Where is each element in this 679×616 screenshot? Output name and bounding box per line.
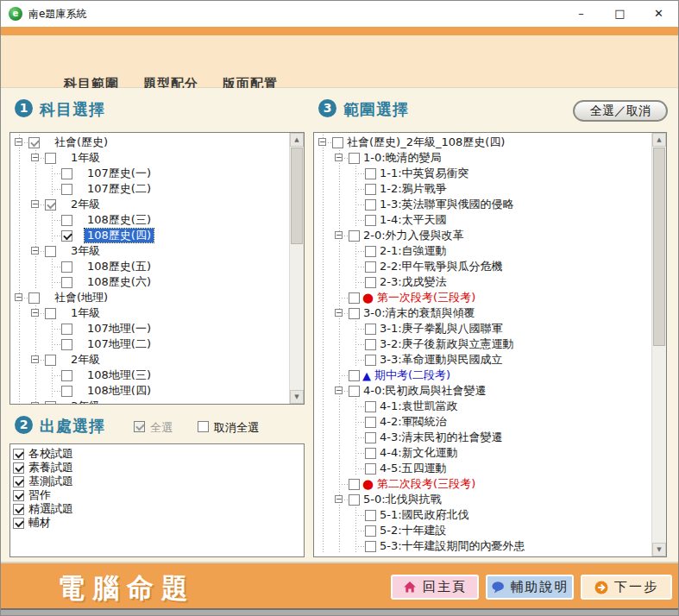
tree-node[interactable]: 2-1:自強運動 [316,243,651,259]
tree-node[interactable]: ▲期中考(二段考) [316,368,651,383]
tree-node[interactable]: 3-1:庚子拳亂與八國聯軍 [316,321,651,336]
tree-node-label[interactable]: 4-5:五四運動 [377,462,450,475]
tree-checkbox[interactable] [61,324,72,335]
subject-tree-scrollbar[interactable]: ▲ ▼ [289,133,304,404]
tree-node-label[interactable]: 社會(地理) [52,291,110,305]
tree-checkbox[interactable] [45,401,56,405]
collapse-minus-icon[interactable]: − [15,293,22,301]
tree-node-label[interactable]: 107地理(一) [85,322,154,336]
tree-checkbox[interactable] [349,230,360,242]
tree-node-label[interactable]: 5-3:十年建設期間的內憂外患 [377,539,528,553]
tree-checkbox[interactable] [349,308,360,319]
tree-checkbox[interactable] [349,153,360,164]
tree-checkbox[interactable] [45,199,56,211]
scroll-down-icon[interactable]: ▼ [652,543,666,556]
tree-checkbox[interactable] [349,370,360,381]
tree-checkbox[interactable] [45,355,56,366]
tree-checkbox[interactable] [365,463,376,475]
tree-node[interactable]: 4-1:袁世凱當政 [316,399,651,414]
tree-checkbox[interactable] [45,246,56,257]
tree-node-label[interactable]: 2-2:甲午戰爭與瓜分危機 [377,260,506,273]
tree-node-label[interactable]: 107歷史(一) [85,167,154,180]
tree-checkbox[interactable] [365,261,376,273]
tree-node-label[interactable]: 4-3:清末民初的社會變遷 [377,431,506,444]
expander-icon[interactable]: − [12,290,28,305]
collapse-minus-icon[interactable]: − [335,387,343,394]
tree-checkbox[interactable] [365,448,376,459]
tree-node-label[interactable]: 期中考(二段考) [372,368,453,382]
tree-node[interactable]: −社會(歷史) [12,135,288,150]
tree-checkbox[interactable] [332,137,343,148]
tree-node[interactable]: 5-1:國民政府北伐 [316,507,651,523]
tree-checkbox[interactable] [365,417,376,428]
tree-node-label[interactable]: 2-3:戊戌變法 [377,275,450,289]
tree-checkbox[interactable] [349,292,360,304]
tree-node-label[interactable]: 4-0:民初政局與社會變遷 [361,384,489,398]
tree-checkbox[interactable] [365,525,376,537]
tree-node-label[interactable]: 3-1:庚子拳亂與八國聯軍 [377,322,506,336]
tree-node-label[interactable]: 第二次段考(三段考) [374,477,478,491]
tree-node[interactable]: 108地理(三) [12,368,288,383]
expander-icon[interactable]: − [28,305,45,321]
tree-node-label[interactable]: 1-1:中英貿易衝突 [377,167,472,180]
tree-node-label[interactable]: 4-4:新文化運動 [377,446,461,460]
toggle-select-all-button[interactable]: 全選／取消 [573,100,668,122]
deselect-all-label[interactable]: 取消全選 [214,420,259,436]
tree-node-label[interactable]: 2-0:外力入侵與改革 [361,229,467,242]
tree-checkbox[interactable] [61,261,72,273]
tree-node[interactable]: −5-0:北伐與抗戰 [316,492,651,507]
expander-icon[interactable]: − [332,150,349,166]
maximize-button[interactable]: □ [600,1,639,27]
tree-node[interactable]: 1-2:鴉片戰爭 [316,181,651,197]
tree-checkbox[interactable] [45,308,56,319]
tree-checkbox[interactable] [365,184,376,195]
expander-icon[interactable]: − [28,399,45,404]
tree-checkbox[interactable] [365,541,376,552]
tree-node-label[interactable]: 1-2:鴉片戰爭 [377,182,450,196]
source-checkbox[interactable] [13,476,24,487]
tree-checkbox[interactable] [61,386,72,397]
next-step-button[interactable]: 下一步 [581,575,672,600]
tree-node-label[interactable]: 108歷史(四) [85,229,154,242]
tree-checkbox[interactable] [349,386,360,397]
tree-node-label[interactable]: 5-2:十年建設 [377,524,450,537]
source-item[interactable]: 基測試題 [13,475,301,488]
collapse-minus-icon[interactable]: − [335,154,343,161]
tree-node[interactable]: 2-2:甲午戰爭與瓜分危機 [316,259,651,274]
tree-node-label[interactable]: 社會(歷史) [52,135,110,149]
tree-node[interactable]: 107地理(二) [12,336,288,352]
collapse-minus-icon[interactable]: − [31,402,39,404]
tree-checkbox[interactable] [349,479,360,490]
expander-icon[interactable]: − [332,305,349,321]
tree-node-label[interactable]: 2-1:自強運動 [377,244,450,258]
tree-checkbox[interactable] [61,277,72,288]
tree-node-label[interactable]: 1-4:太平天國 [377,213,450,227]
source-checkbox[interactable] [13,449,24,460]
tree-node-label[interactable]: 3-2:庚子後新政與立憲運動 [377,337,517,351]
tree-node-label[interactable]: 3-3:革命運動與民國成立 [377,353,506,367]
source-item[interactable]: 輔材 [13,516,301,530]
tree-node-label[interactable]: 4-2:軍閥統治 [377,415,450,429]
tree-node[interactable]: 108歷史(四) [12,228,288,243]
collapse-minus-icon[interactable]: − [31,247,39,255]
collapse-minus-icon[interactable]: − [31,355,39,363]
tree-node-label[interactable]: 社會(歷史)_2年級_108歷史(四) [344,135,507,149]
tree-node-label[interactable]: 108地理(三) [85,368,154,382]
expander-icon[interactable]: − [316,135,332,150]
expander-icon[interactable]: − [28,197,45,212]
tree-node-label[interactable]: 2年級 [68,353,103,367]
tree-checkbox[interactable] [365,510,376,521]
tree-checkbox[interactable] [365,215,376,226]
tree-node[interactable]: 108歷史(六) [12,274,288,290]
tree-node[interactable]: 4-4:新文化運動 [316,445,651,461]
tree-node[interactable]: 1-4:太平天國 [316,212,651,228]
tree-node[interactable]: 5-3:十年建設期間的內憂外患 [316,538,651,554]
tree-node[interactable]: 107地理(一) [12,321,288,336]
scroll-up-icon[interactable]: ▲ [290,133,304,147]
collapse-minus-icon[interactable]: − [31,154,39,161]
tree-node[interactable]: 2-3:戊戌變法 [316,274,651,290]
scroll-up-icon[interactable]: ▲ [652,133,666,147]
tree-node-label[interactable]: 1年級 [68,306,103,320]
tree-node[interactable]: 108地理(四) [12,383,288,399]
tree-node[interactable]: 3-3:革命運動與民國成立 [316,352,651,368]
